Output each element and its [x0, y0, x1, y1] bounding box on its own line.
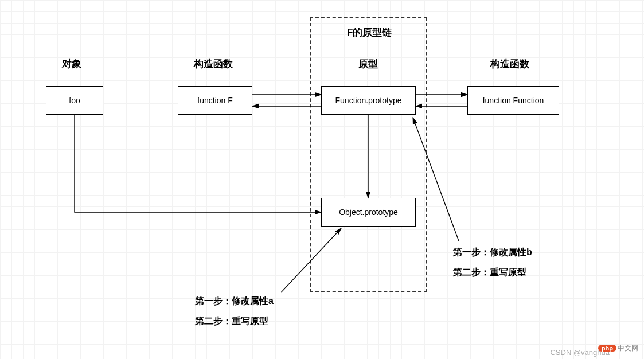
node-function-function-label: function Function — [483, 96, 544, 105]
php-badge: php — [598, 345, 616, 352]
col-heading-constructor-2: 构造函数 — [490, 57, 529, 71]
node-foo: foo — [46, 86, 103, 115]
col-heading-prototype: 原型 — [358, 57, 378, 71]
node-object-prototype: Object.prototype — [321, 198, 416, 227]
annotation-a-line2: 第二步：重写原型 — [195, 315, 268, 327]
node-function-f: function F — [178, 86, 252, 115]
node-function-prototype-label: Function.prototype — [335, 96, 402, 105]
col-heading-object: 对象 — [62, 57, 81, 71]
node-function-prototype: Function.prototype — [321, 86, 416, 115]
annotation-b-line1: 第一步：修改属性b — [453, 247, 532, 259]
node-function-f-label: function F — [197, 96, 232, 105]
frame-title: F的原型链 — [347, 26, 392, 39]
col-heading-constructor-1: 构造函数 — [194, 57, 233, 71]
node-object-prototype-label: Object.prototype — [339, 208, 398, 217]
php-text: 中文网 — [618, 344, 638, 352]
php-watermark: php中文网 — [598, 344, 638, 353]
annotation-a-line1: 第一步：修改属性a — [195, 295, 274, 307]
annotation-b-line2: 第二步：重写原型 — [453, 267, 526, 279]
node-foo-label: foo — [69, 96, 80, 105]
node-function-function: function Function — [467, 86, 559, 115]
arrow-foo-to-objproto — [75, 115, 321, 212]
